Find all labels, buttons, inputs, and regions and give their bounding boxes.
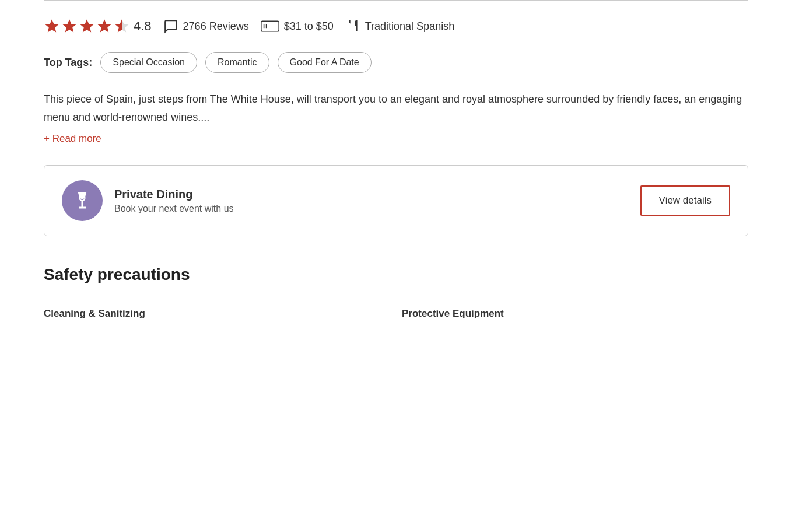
- view-details-button[interactable]: View details: [640, 186, 730, 216]
- read-more-link[interactable]: + Read more: [44, 133, 101, 144]
- tags-row: Top Tags: Special Occasion Romantic Good…: [44, 52, 748, 73]
- price-icon: [261, 20, 279, 33]
- fork-knife-icon: [345, 19, 360, 34]
- cuisine-label: Traditional Spanish: [365, 20, 454, 33]
- safety-section: Safety precautions Cleaning & Sanitizing…: [44, 265, 748, 320]
- stars-container: 4.8: [44, 18, 152, 34]
- top-divider: [44, 0, 748, 1]
- reviews-container: 2766 Reviews: [163, 19, 249, 34]
- private-dining-subtitle: Book your next event with us: [114, 204, 234, 214]
- safety-item-cleaning: Cleaning & Sanitizing: [44, 308, 390, 320]
- wine-glass-icon: [72, 190, 93, 211]
- private-dining-card: Private Dining Book your next event with…: [44, 165, 748, 236]
- safety-title: Safety precautions: [44, 265, 748, 284]
- tag-good-for-date[interactable]: Good For A Date: [278, 52, 372, 73]
- safety-divider: [44, 296, 748, 296]
- stars: [44, 18, 130, 34]
- safety-cleaning-label: Cleaning & Sanitizing: [44, 308, 145, 319]
- reviews-icon: [163, 19, 178, 34]
- star-half-icon: [114, 18, 130, 34]
- dining-icon-circle: [62, 180, 103, 221]
- star-4-icon: [96, 18, 113, 34]
- description-section: This piece of Spain, just steps from The…: [44, 90, 748, 145]
- card-left: Private Dining Book your next event with…: [62, 180, 234, 221]
- cuisine-container: Traditional Spanish: [345, 19, 454, 34]
- rating-row: 4.8 2766 Reviews $31 to $50: [44, 18, 748, 34]
- safety-protective-label: Protective Equipment: [402, 308, 504, 319]
- safety-grid: Cleaning & Sanitizing Protective Equipme…: [44, 308, 748, 320]
- description-text: This piece of Spain, just steps from The…: [44, 90, 748, 126]
- rating-score: 4.8: [134, 19, 152, 34]
- tags-label: Top Tags:: [44, 57, 92, 69]
- price-container: $31 to $50: [261, 20, 334, 33]
- tag-special-occasion[interactable]: Special Occasion: [100, 52, 197, 73]
- tag-romantic[interactable]: Romantic: [205, 52, 269, 73]
- card-text-group: Private Dining Book your next event with…: [114, 188, 234, 214]
- star-3-icon: [79, 18, 95, 34]
- star-2-icon: [61, 18, 78, 34]
- private-dining-title: Private Dining: [114, 188, 234, 201]
- price-range: $31 to $50: [284, 20, 334, 33]
- safety-item-protective: Protective Equipment: [402, 308, 748, 320]
- star-1-icon: [44, 18, 60, 34]
- reviews-count: 2766 Reviews: [183, 20, 249, 33]
